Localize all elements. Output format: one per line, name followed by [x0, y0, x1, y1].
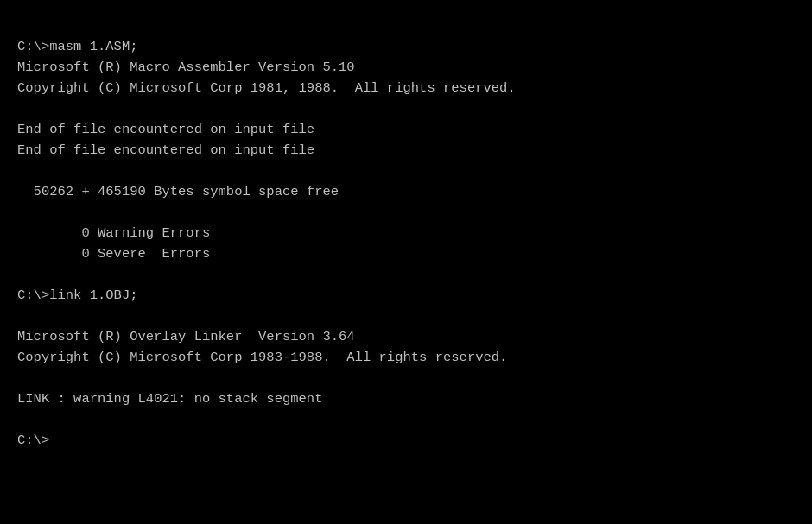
terminal-line-cmd-masm: C:\>masm 1.ASM; [17, 36, 795, 57]
terminal-line-link-copyright: Copyright (C) Microsoft Corp 1983-1988. … [17, 347, 795, 368]
terminal-line-link-title: Microsoft (R) Overlay Linker Version 3.6… [17, 326, 795, 347]
terminal-line-cmd-link: C:\>link 1.OBJ; [17, 285, 795, 306]
terminal-line-link-warning: LINK : warning L4021: no stack segment [17, 388, 795, 409]
terminal-line-blank1 [17, 98, 795, 119]
terminal-line-blank2 [17, 161, 795, 181]
terminal-line-blank7 [17, 409, 795, 430]
terminal-line-blank6 [17, 368, 795, 388]
terminal-line-bytes: 50262 + 465190 Bytes symbol space free [17, 181, 795, 202]
terminal-line-masm-copyright: Copyright (C) Microsoft Corp 1981, 1988.… [17, 78, 795, 98]
terminal-line-eof2: End of file encountered on input file [17, 140, 795, 161]
terminal-line-blank5 [17, 306, 795, 326]
terminal-line-eof1: End of file encountered on input file [17, 119, 795, 140]
terminal-line-blank4 [17, 264, 795, 285]
terminal-line-masm-title: Microsoft (R) Macro Assembler Version 5.… [17, 57, 795, 78]
terminal-line-prompt: C:\> [17, 430, 795, 451]
terminal-window: C:\>masm 1.ASM;Microsoft (R) Macro Assem… [0, 0, 812, 524]
terminal-line-warn-errors: 0 Warning Errors [17, 223, 795, 243]
terminal-line-blank3 [17, 202, 795, 223]
terminal-line-severe-errors: 0 Severe Errors [17, 243, 795, 264]
